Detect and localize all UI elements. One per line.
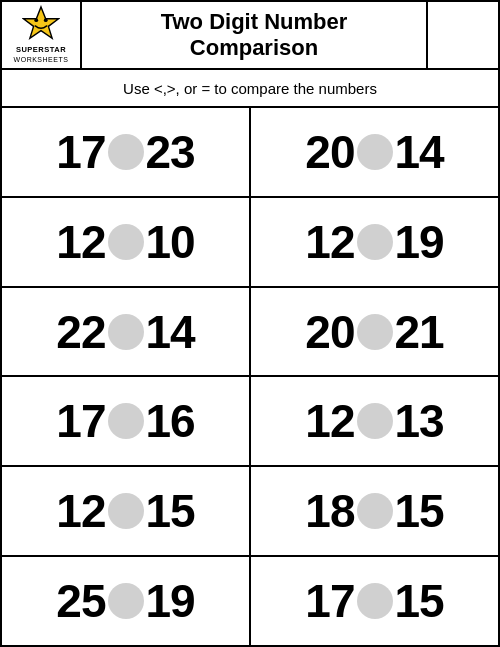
problem-cell: 1815: [251, 467, 498, 555]
page: SUPERSTAR WORKSHEETS Two Digit Number Co…: [0, 0, 500, 647]
title-text: Two Digit Number Comparison: [161, 9, 348, 62]
problem-cell: 2214: [2, 288, 251, 376]
comparison-circle[interactable]: [108, 403, 144, 439]
logo-text-bottom: WORKSHEETS: [14, 56, 69, 64]
problems: 1723201412101219221420211716121312151815…: [2, 108, 498, 645]
left-number: 12: [305, 398, 354, 444]
problem-cell: 1219: [251, 198, 498, 286]
comparison-circle[interactable]: [108, 493, 144, 529]
right-number: 15: [146, 488, 195, 534]
right-number: 21: [395, 309, 444, 355]
right-number: 10: [146, 219, 195, 265]
left-number: 20: [305, 129, 354, 175]
problem-cell: 2014: [251, 108, 498, 196]
problem-row: 25191715: [2, 557, 498, 645]
right-number: 23: [146, 129, 195, 175]
comparison-circle[interactable]: [357, 134, 393, 170]
logo-text-top: SUPERSTAR: [16, 45, 66, 54]
logo-icon: [22, 5, 60, 43]
comparison-circle[interactable]: [108, 314, 144, 350]
right-number: 14: [395, 129, 444, 175]
problem-cell: 1715: [251, 557, 498, 645]
right-number: 15: [395, 578, 444, 624]
left-number: 17: [56, 129, 105, 175]
header: SUPERSTAR WORKSHEETS Two Digit Number Co…: [2, 2, 498, 70]
problem-row: 17161213: [2, 377, 498, 467]
problem-cell: 1716: [2, 377, 251, 465]
problem-cell: 1210: [2, 198, 251, 286]
problem-cell: 1723: [2, 108, 251, 196]
right-number: 15: [395, 488, 444, 534]
left-number: 17: [56, 398, 105, 444]
right-number: 16: [146, 398, 195, 444]
right-number: 19: [395, 219, 444, 265]
right-number: 13: [395, 398, 444, 444]
problem-row: 12151815: [2, 467, 498, 557]
left-number: 12: [56, 219, 105, 265]
comparison-circle[interactable]: [357, 314, 393, 350]
comparison-circle[interactable]: [357, 493, 393, 529]
svg-point-2: [44, 19, 48, 23]
comparison-circle[interactable]: [108, 134, 144, 170]
right-number: 14: [146, 309, 195, 355]
left-number: 20: [305, 309, 354, 355]
left-number: 12: [305, 219, 354, 265]
problem-cell: 2519: [2, 557, 251, 645]
comparison-circle[interactable]: [357, 583, 393, 619]
right-number: 19: [146, 578, 195, 624]
logo-box: SUPERSTAR WORKSHEETS: [2, 2, 82, 68]
instruction: Use <,>, or = to compare the numbers: [2, 70, 498, 108]
left-number: 22: [56, 309, 105, 355]
comparison-circle[interactable]: [357, 224, 393, 260]
left-number: 25: [56, 578, 105, 624]
problem-row: 22142021: [2, 288, 498, 378]
left-number: 18: [305, 488, 354, 534]
left-number: 12: [56, 488, 105, 534]
title-box: Two Digit Number Comparison: [82, 2, 428, 68]
problem-cell: 2021: [251, 288, 498, 376]
problem-row: 17232014: [2, 108, 498, 198]
problem-cell: 1215: [2, 467, 251, 555]
left-number: 17: [305, 578, 354, 624]
svg-point-1: [34, 19, 38, 23]
comparison-circle[interactable]: [108, 224, 144, 260]
problem-cell: 1213: [251, 377, 498, 465]
comparison-circle[interactable]: [108, 583, 144, 619]
comparison-circle[interactable]: [357, 403, 393, 439]
score-box: [428, 2, 498, 68]
svg-marker-0: [23, 7, 58, 38]
problem-row: 12101219: [2, 198, 498, 288]
